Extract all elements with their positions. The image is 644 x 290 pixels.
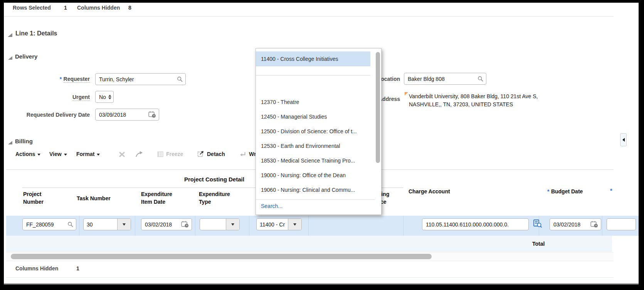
list-item[interactable]: 18530 - Medical Science Training Pro... <box>256 153 370 168</box>
divider <box>6 277 614 278</box>
format-menu-label: Format <box>76 151 94 157</box>
combobox-dropdown-button[interactable] <box>226 219 239 230</box>
delivery-section-title[interactable]: Delivery <box>15 53 37 60</box>
task-number-cell-combobox[interactable]: 30 <box>83 218 131 230</box>
deliver-to-location-field[interactable]: Baker Bldg 808 <box>404 73 486 85</box>
budget-date-cell-field[interactable]: 03/02/2018 <box>550 218 601 230</box>
organization-dropdown-list: 11400 - Cross College Initiatives 12370 … <box>256 48 382 215</box>
column-separator <box>195 216 195 236</box>
horizontal-scrollbar-thumb[interactable] <box>11 254 432 259</box>
date-picker-icon[interactable] <box>181 221 189 228</box>
freeze-button[interactable]: Freeze <box>157 151 183 157</box>
deliver-to-address-value: Vanderbilt University, 808 Baker Bldg, 1… <box>409 92 538 109</box>
deliver-to-location-value: Baker Bldg 808 <box>408 76 478 82</box>
columns-hidden-top-value: 8 <box>128 5 131 11</box>
charge-account-value: 110.05.11400.6110.000.000.000.0. <box>426 221 526 228</box>
actions-menu-label: Actions <box>15 151 35 157</box>
required-asterisk: * <box>547 188 549 194</box>
list-item-selected[interactable]: 11400 - Cross College Initiatives <box>256 51 370 66</box>
budget-date-header-label: Budget Date <box>551 188 583 194</box>
columns-hidden-bottom-label: Columns Hidden <box>15 265 58 272</box>
list-item[interactable]: 12450 - Managerial Studies <box>256 109 370 124</box>
list-item[interactable]: 12370 - Theatre <box>256 95 370 109</box>
task-number-value: 30 <box>84 219 117 230</box>
expenditure-item-date-value: 03/02/2018 <box>145 221 181 228</box>
requested-delivery-date-label-row: Requested Delivery Date <box>0 111 90 118</box>
freeze-label: Freeze <box>166 151 183 157</box>
list-item-blank[interactable] <box>256 66 370 75</box>
column-header-task-number[interactable]: Task Number <box>77 194 111 202</box>
search-icon[interactable] <box>478 76 484 82</box>
list-item[interactable]: 19000 - Nursing: Office of the Dean <box>256 168 370 183</box>
expenditure-item-date-cell-field[interactable]: 03/02/2018 <box>141 218 192 230</box>
detach-icon <box>197 151 204 157</box>
expenditure-organization-cell-combobox[interactable]: 11400 - Cr <box>256 218 302 230</box>
combobox-dropdown-button[interactable] <box>288 219 301 230</box>
columns-hidden-bottom-value: 1 <box>76 265 79 272</box>
expenditure-organization-value: 11400 - Cr <box>257 219 288 230</box>
detach-label: Detach <box>207 151 225 157</box>
list-spacer <box>256 75 381 95</box>
rows-selected-label: Rows Selected <box>13 5 51 11</box>
billing-section-title[interactable]: Billing <box>15 138 33 144</box>
list-item[interactable]: 12530 - Earth and Environmental <box>256 139 370 153</box>
column-header-expenditure-type[interactable]: Expenditure Type <box>199 190 230 206</box>
delete-icon <box>119 151 126 158</box>
actions-menu[interactable]: Actions <box>15 151 40 157</box>
requested-delivery-date-value: 03/09/2018 <box>99 112 148 118</box>
search-icon[interactable] <box>67 221 74 228</box>
date-picker-icon[interactable] <box>590 221 599 228</box>
requested-delivery-date-label: Requested Delivery Date <box>27 112 90 118</box>
format-menu[interactable]: Format <box>76 151 100 157</box>
expenditure-type-value <box>200 219 226 230</box>
divider <box>4 16 614 17</box>
line-details-section-title[interactable]: Line 1: Details <box>15 30 57 37</box>
chevron-down-icon <box>37 154 40 156</box>
column-separator <box>602 216 602 236</box>
list-item[interactable]: 19060 - Nursing: Clinical and Commu... <box>256 183 370 197</box>
column-separator <box>135 216 135 236</box>
chevron-down-icon <box>293 223 296 226</box>
share-arrow-icon <box>135 151 144 158</box>
detach-button[interactable]: Detach <box>197 151 225 157</box>
budget-date-value: 03/02/2018 <box>553 221 590 228</box>
column-separator <box>308 216 309 236</box>
chevron-down-icon <box>123 223 126 226</box>
column-header-project-number[interactable]: Project Number <box>23 190 44 206</box>
chevron-down-icon <box>231 223 234 226</box>
clipped-cell-field[interactable] <box>607 218 636 230</box>
wrap-icon <box>239 151 246 157</box>
project-number-cell-field[interactable]: FF_280059 <box>22 218 76 230</box>
rows-selected-value: 1 <box>64 5 67 11</box>
view-menu-label: View <box>49 151 62 157</box>
expenditure-type-cell-combobox[interactable] <box>200 218 240 230</box>
column-separator <box>79 216 79 236</box>
columns-hidden-top-label: Columns Hidden <box>77 5 120 11</box>
requested-delivery-date-field[interactable]: 03/09/2018 <box>95 109 159 121</box>
total-row <box>6 236 612 251</box>
total-label: Total <box>532 240 545 248</box>
group-header-project-costing: Project Costing Detail <box>184 176 244 183</box>
date-picker-icon[interactable] <box>148 111 156 118</box>
chevron-down-icon <box>64 154 67 156</box>
project-number-value: FF_280059 <box>26 221 67 228</box>
freeze-icon <box>157 151 163 157</box>
column-separator <box>403 216 404 236</box>
view-menu[interactable]: View <box>49 151 67 157</box>
splitter-collapse-handle[interactable] <box>620 133 627 146</box>
required-asterisk: * <box>610 188 612 194</box>
search-link[interactable]: Search... <box>256 200 370 213</box>
list-item[interactable]: 12500 - Division of Science: Office of t… <box>256 124 370 139</box>
column-separator <box>249 216 249 236</box>
column-header-expenditure-item-date[interactable]: Expenditure Item Date <box>141 190 172 206</box>
column-header-charge-account[interactable]: Charge Account <box>409 188 450 195</box>
combobox-dropdown-button[interactable] <box>117 219 131 230</box>
charge-account-cell-field[interactable]: 110.05.11400.6110.000.000.000.0. <box>422 218 529 230</box>
chevron-left-icon <box>622 138 625 142</box>
dropdown-scrollbar-thumb[interactable] <box>376 52 380 163</box>
column-header-budget-date[interactable]: * Budget Date <box>547 188 583 195</box>
application-window: Rows Selected 1 Columns Hidden 8 Line 1:… <box>0 0 644 290</box>
key-flexfield-search-icon[interactable] <box>533 219 543 229</box>
chevron-down-icon <box>97 154 100 156</box>
